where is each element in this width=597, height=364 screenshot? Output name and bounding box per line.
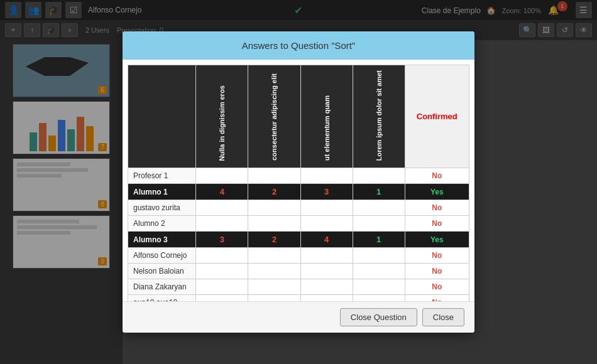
confirmed-cell: Yes: [405, 184, 469, 200]
data-cell-col1: [196, 264, 248, 279]
confirmed-cell: No: [405, 216, 469, 232]
confirmed-cell: No: [405, 264, 469, 279]
modal-header: Answers to Question "Sort": [123, 31, 474, 60]
confirmed-cell: Yes: [405, 232, 469, 248]
data-cell-col1: 3: [196, 232, 248, 248]
data-cell-col3: [300, 295, 353, 301]
row-name-cell: Alfonso Cornejo: [128, 248, 196, 264]
modal-footer: Close Question Close: [123, 301, 474, 333]
modal-dialog: Answers to Question "Sort" Nulla in dign…: [123, 31, 474, 333]
app-background: 👤 👥 🎓 ☑ Alfonso Cornejo ✔ Clase de Ejemp…: [0, 0, 597, 364]
table-row: aua10 aua10No: [128, 295, 469, 301]
data-cell-col1: [196, 248, 248, 264]
data-cell-col2: [248, 295, 300, 301]
row-name-cell: Alumno 1: [128, 184, 196, 200]
data-cell-col3: [300, 264, 353, 279]
table-container[interactable]: Nulla in dignissim eros consectetur adip…: [123, 60, 474, 301]
data-cell-col2: [248, 248, 300, 264]
data-cell-col2: [248, 200, 300, 216]
data-cell-col3: [300, 200, 353, 216]
data-cell-col4: [353, 216, 405, 232]
col4-header-text: Lorem ipsum dolor sit amet: [375, 68, 383, 163]
data-cell-col4: 1: [353, 184, 405, 200]
col4-header: Lorem ipsum dolor sit amet: [353, 65, 405, 168]
data-cell-col3: 4: [300, 232, 353, 248]
name-column-header: [128, 65, 196, 168]
data-cell-col1: [196, 168, 248, 184]
data-cell-col1: 4: [196, 184, 248, 200]
row-name-cell: aua10 aua10: [128, 295, 196, 301]
table-row: Alumno 33241Yes: [128, 232, 469, 248]
col1-header-text: Nulla in dignissim eros: [218, 83, 226, 163]
data-cell-col1: [196, 216, 248, 232]
table-row: Profesor 1No: [128, 168, 469, 184]
confirmed-cell: No: [405, 295, 469, 301]
data-cell-col3: [300, 248, 353, 264]
col2-header-text: consectetur adipiscing elit: [270, 71, 278, 163]
data-cell-col4: [353, 295, 405, 301]
data-cell-col2: [248, 264, 300, 279]
confirmed-cell: No: [405, 248, 469, 264]
row-name-cell: Alumno 3: [128, 232, 196, 248]
table-row: Alumno 14231Yes: [128, 184, 469, 200]
data-cell-col3: [300, 216, 353, 232]
confirmed-cell: No: [405, 200, 469, 216]
row-name-cell: Alumno 2: [128, 216, 196, 232]
confirmed-header-text: Confirmed: [417, 112, 457, 121]
close-button[interactable]: Close: [422, 308, 464, 326]
confirmed-cell: No: [405, 279, 469, 295]
col2-header: consectetur adipiscing elit: [248, 65, 300, 168]
col3-header-text: ut elementum quam: [323, 93, 331, 163]
data-cell-col4: [353, 200, 405, 216]
data-cell-col1: [196, 200, 248, 216]
data-cell-col4: [353, 248, 405, 264]
col1-header: Nulla in dignissim eros: [196, 65, 248, 168]
data-cell-col3: 3: [300, 184, 353, 200]
table-row: gustavo zuritaNo: [128, 200, 469, 216]
table-header-row: Nulla in dignissim eros consectetur adip…: [128, 65, 469, 168]
data-cell-col4: [353, 264, 405, 279]
data-cell-col3: [300, 279, 353, 295]
table-row: Diana ZakaryanNo: [128, 279, 469, 295]
table-row: Alumno 2No: [128, 216, 469, 232]
table-row: Alfonso CornejoNo: [128, 248, 469, 264]
data-cell-col1: [196, 279, 248, 295]
data-cell-col1: [196, 295, 248, 301]
confirmed-header: Confirmed: [405, 65, 469, 168]
row-name-cell: Profesor 1: [128, 168, 196, 184]
table-row: Nelson BaloianNo: [128, 264, 469, 279]
modal-body: Nulla in dignissim eros consectetur adip…: [123, 60, 474, 301]
data-cell-col2: [248, 168, 300, 184]
confirmed-cell: No: [405, 168, 469, 184]
data-cell-col2: [248, 279, 300, 295]
row-name-cell: Nelson Baloian: [128, 264, 196, 279]
data-cell-col2: [248, 216, 300, 232]
data-cell-col2: 2: [248, 184, 300, 200]
data-cell-col4: 1: [353, 232, 405, 248]
row-name-cell: Diana Zakaryan: [128, 279, 196, 295]
row-name-cell: gustavo zurita: [128, 200, 196, 216]
modal-title: Answers to Question "Sort": [242, 40, 356, 51]
close-question-button[interactable]: Close Question: [340, 308, 417, 326]
data-cell-col4: [353, 168, 405, 184]
data-cell-col3: [300, 168, 353, 184]
modal-overlay: Answers to Question "Sort" Nulla in dign…: [0, 0, 597, 364]
data-cell-col4: [353, 279, 405, 295]
table-body: Profesor 1NoAlumno 14231Yesgustavo zurit…: [128, 168, 469, 301]
col3-header: ut elementum quam: [300, 65, 353, 168]
answers-table: Nulla in dignissim eros consectetur adip…: [128, 65, 469, 301]
data-cell-col2: 2: [248, 232, 300, 248]
